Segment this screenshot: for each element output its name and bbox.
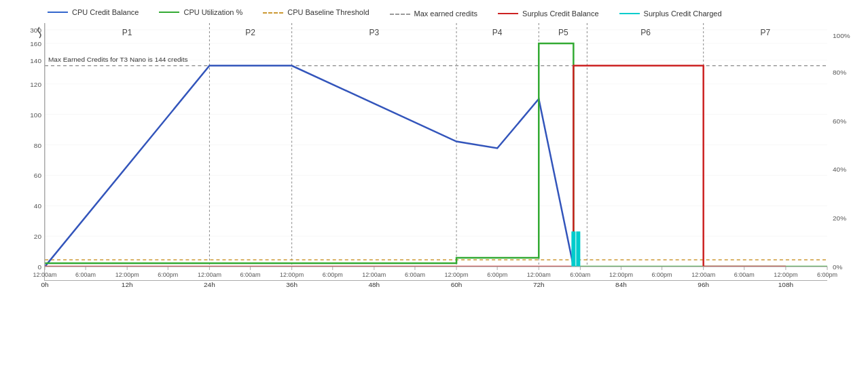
svg-text:P7: P7 <box>760 28 770 37</box>
chart-svg: 0 20 40 60 80 100 120 140 160 300 0% 20%… <box>45 23 827 280</box>
svg-text:0: 0 <box>37 263 41 271</box>
legend-line-orange-dashed <box>263 12 283 14</box>
svg-text:40: 40 <box>34 202 42 210</box>
svg-text:20: 20 <box>34 233 42 240</box>
svg-text:6:00am: 6:00am <box>240 271 261 278</box>
svg-text:40%: 40% <box>833 166 846 173</box>
legend: CPU Credit Balance CPU Utilization % CPU… <box>44 7 827 18</box>
svg-text:12:00am: 12:00am <box>691 271 715 278</box>
svg-text:80%: 80% <box>833 69 846 76</box>
legend-surplus-credit-balance: Surplus Credit Balance <box>498 9 599 18</box>
legend-label-cpu-baseline: CPU Baseline Threshold <box>287 8 369 16</box>
svg-text:0%: 0% <box>833 263 843 271</box>
svg-text:6:00pm: 6:00pm <box>323 271 343 278</box>
legend-cpu-utilization: CPU Utilization % <box>159 7 242 18</box>
legend-label-surplus-credit-balance: Surplus Credit Balance <box>522 9 599 18</box>
svg-text:P2: P2 <box>245 28 255 37</box>
legend-line-blue <box>48 12 68 13</box>
svg-text:12:00am: 12:00am <box>527 271 551 278</box>
legend-line-red <box>498 13 518 14</box>
svg-text:6:00am: 6:00am <box>570 271 590 278</box>
svg-text:6:00am: 6:00am <box>734 271 755 278</box>
legend-line-gray-dashed <box>390 14 410 15</box>
svg-text:24h: 24h <box>204 281 215 288</box>
svg-text:60%: 60% <box>833 117 846 125</box>
svg-text:12:00am: 12:00am <box>362 271 386 278</box>
svg-text:20%: 20% <box>833 214 846 222</box>
svg-text:12:00pm: 12:00pm <box>445 271 469 278</box>
svg-text:100: 100 <box>30 111 41 119</box>
legend-line-cyan <box>619 13 640 14</box>
svg-text:60: 60 <box>34 172 42 179</box>
chart-area: 0 20 40 60 80 100 120 140 160 300 0% 20%… <box>44 23 827 281</box>
svg-text:140: 140 <box>30 57 41 64</box>
svg-text:12h: 12h <box>122 281 133 288</box>
svg-text:0h: 0h <box>41 281 48 288</box>
svg-text:120: 120 <box>30 81 41 88</box>
svg-text:P1: P1 <box>122 28 132 37</box>
legend-row-2: Max earned credits Surplus Credit Balanc… <box>390 9 722 18</box>
svg-text:72h: 72h <box>533 281 545 288</box>
legend-label-surplus-credit-charged: Surplus Credit Charged <box>644 9 722 18</box>
svg-text:6:00am: 6:00am <box>75 271 96 278</box>
svg-text:36h: 36h <box>286 281 297 288</box>
svg-text:12:00pm: 12:00pm <box>115 271 139 278</box>
svg-text:12:00am: 12:00am <box>33 271 56 278</box>
svg-text:6:00pm: 6:00pm <box>652 271 672 278</box>
legend-row-1: CPU Credit Balance CPU Utilization % CPU… <box>48 7 369 18</box>
legend-label-cpu-credit-balance: CPU Credit Balance <box>72 8 139 16</box>
svg-text:12:00am: 12:00am <box>198 271 221 278</box>
svg-text:12:00pm: 12:00pm <box>609 271 633 278</box>
svg-text:108h: 108h <box>778 281 793 288</box>
svg-text:6:00am: 6:00am <box>405 271 425 278</box>
svg-text:P3: P3 <box>369 28 379 37</box>
legend-cpu-credit-balance: CPU Credit Balance <box>48 7 139 18</box>
svg-text:84h: 84h <box>615 281 627 288</box>
legend-line-green <box>159 12 179 13</box>
legend-label-max-earned: Max earned credits <box>414 9 478 18</box>
svg-text:Max Earned Credits for T3 Nano: Max Earned Credits for T3 Nano is 144 cr… <box>48 56 188 63</box>
svg-text:80: 80 <box>34 142 42 149</box>
legend-label-cpu-utilization: CPU Utilization % <box>183 8 242 16</box>
svg-text:160: 160 <box>30 40 41 47</box>
legend-max-earned: Max earned credits <box>390 9 478 18</box>
svg-text:6:00pm: 6:00pm <box>817 271 837 278</box>
legend-cpu-baseline: CPU Baseline Threshold <box>263 7 369 18</box>
svg-text:12:00pm: 12:00pm <box>280 271 304 278</box>
chart-container: CPU Credit Balance CPU Utilization % CPU… <box>0 0 868 367</box>
svg-text:6:00pm: 6:00pm <box>158 271 178 278</box>
svg-text:P6: P6 <box>640 28 651 37</box>
legend-surplus-credit-charged: Surplus Credit Charged <box>619 9 722 18</box>
svg-text:96h: 96h <box>698 281 709 288</box>
svg-text:P4: P4 <box>492 28 503 37</box>
svg-text:48h: 48h <box>368 281 380 288</box>
svg-text:60h: 60h <box>451 281 463 288</box>
svg-text:100%: 100% <box>833 32 850 39</box>
svg-text:P5: P5 <box>558 28 568 37</box>
svg-text:12:00pm: 12:00pm <box>774 271 797 278</box>
svg-text:6:00pm: 6:00pm <box>487 271 507 278</box>
